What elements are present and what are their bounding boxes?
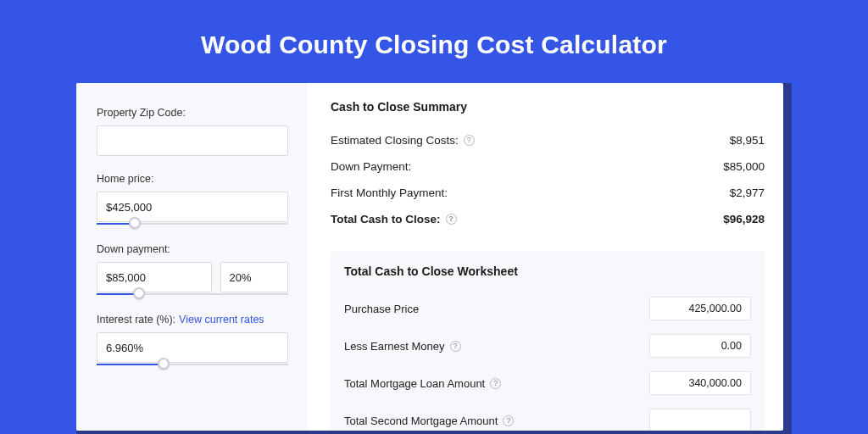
worksheet-value-input[interactable] bbox=[649, 334, 751, 358]
worksheet-row-mortgage-amount: Total Mortgage Loan Amount ? bbox=[344, 364, 751, 402]
zip-label: Property Zip Code: bbox=[97, 107, 288, 119]
worksheet-row-earnest-money: Less Earnest Money ? bbox=[344, 327, 751, 364]
slider-thumb[interactable] bbox=[133, 287, 145, 299]
slider-fill bbox=[97, 364, 164, 365]
zip-field: Property Zip Code: bbox=[97, 107, 288, 156]
summary-row-first-monthly: First Monthly Payment: $2,977 bbox=[331, 180, 765, 206]
results-panel: Cash to Close Summary Estimated Closing … bbox=[307, 83, 783, 431]
down-payment-slider[interactable] bbox=[97, 292, 288, 297]
help-icon[interactable]: ? bbox=[490, 378, 501, 389]
summary-total-value: $96,928 bbox=[723, 213, 765, 225]
worksheet-title: Total Cash to Close Worksheet bbox=[344, 264, 751, 278]
down-payment-percent-input[interactable] bbox=[220, 262, 288, 292]
slider-thumb[interactable] bbox=[129, 217, 141, 229]
summary-value: $85,000 bbox=[723, 160, 765, 173]
zip-input[interactable] bbox=[97, 125, 288, 156]
slider-thumb[interactable] bbox=[158, 358, 170, 370]
worksheet-value-input[interactable] bbox=[649, 371, 751, 395]
summary-row-down-payment: Down Payment: $85,000 bbox=[331, 153, 765, 180]
summary-title: Cash to Close Summary bbox=[331, 100, 765, 114]
page-title: Wood County Closing Cost Calculator bbox=[0, 0, 868, 83]
help-icon[interactable]: ? bbox=[503, 415, 514, 426]
summary-row-total: Total Cash to Close: ? $96,928 bbox=[331, 206, 765, 232]
view-current-rates-link[interactable]: View current rates bbox=[179, 314, 264, 326]
summary-value: $2,977 bbox=[730, 186, 765, 199]
summary-value: $8,951 bbox=[730, 134, 765, 147]
worksheet-label: Total Mortgage Loan Amount bbox=[344, 377, 485, 390]
worksheet-panel: Total Cash to Close Worksheet Purchase P… bbox=[331, 251, 765, 431]
home-price-slider[interactable] bbox=[97, 221, 288, 226]
worksheet-row-second-mortgage: Total Second Mortgage Amount ? bbox=[344, 402, 751, 431]
worksheet-label: Total Second Mortgage Amount bbox=[344, 415, 498, 427]
worksheet-value-input[interactable] bbox=[649, 409, 751, 431]
card-shadow: Property Zip Code: Home price: Down paym… bbox=[76, 83, 792, 434]
inputs-panel: Property Zip Code: Home price: Down paym… bbox=[76, 83, 307, 431]
summary-total-label: Total Cash to Close: bbox=[331, 213, 441, 225]
calculator-card: Property Zip Code: Home price: Down paym… bbox=[76, 83, 783, 431]
summary-label: First Monthly Payment: bbox=[331, 186, 448, 199]
summary-row-closing-costs: Estimated Closing Costs: ? $8,951 bbox=[331, 127, 765, 153]
interest-rate-field: Interest rate (%): View current rates bbox=[97, 314, 288, 367]
help-icon[interactable]: ? bbox=[450, 341, 461, 352]
interest-rate-label-text: Interest rate (%): bbox=[97, 314, 175, 326]
down-payment-field: Down payment: bbox=[97, 243, 288, 297]
summary-label: Estimated Closing Costs: bbox=[331, 134, 459, 147]
help-icon[interactable]: ? bbox=[464, 135, 475, 146]
worksheet-row-purchase-price: Purchase Price bbox=[344, 290, 751, 327]
down-payment-label: Down payment: bbox=[97, 243, 288, 255]
interest-rate-input[interactable] bbox=[97, 332, 288, 363]
worksheet-value-input[interactable] bbox=[649, 297, 751, 320]
home-price-label: Home price: bbox=[97, 173, 288, 185]
down-payment-input[interactable] bbox=[97, 262, 212, 292]
home-price-field: Home price: bbox=[97, 173, 288, 226]
interest-rate-label: Interest rate (%): View current rates bbox=[97, 314, 288, 326]
help-icon[interactable]: ? bbox=[446, 214, 457, 225]
summary-label: Down Payment: bbox=[331, 160, 411, 173]
worksheet-label: Purchase Price bbox=[344, 303, 419, 315]
interest-rate-slider[interactable] bbox=[97, 362, 288, 367]
home-price-input[interactable] bbox=[97, 192, 288, 222]
worksheet-label: Less Earnest Money bbox=[344, 340, 445, 353]
